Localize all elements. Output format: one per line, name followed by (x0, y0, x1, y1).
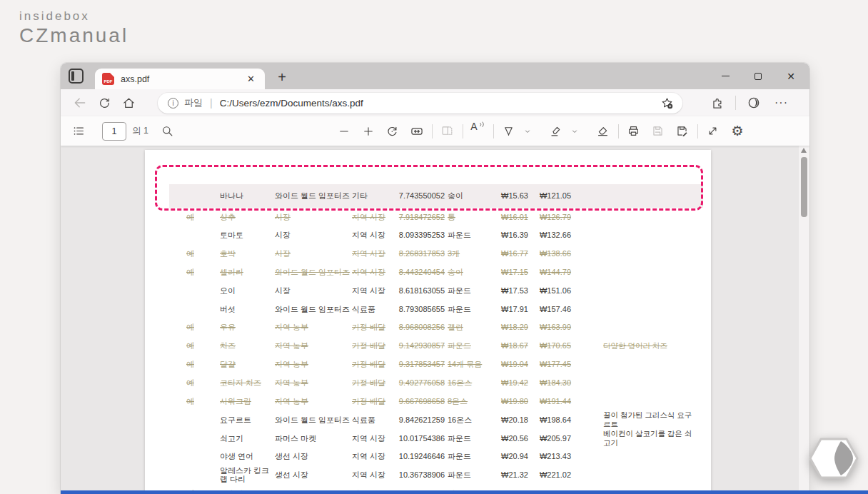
cell-name: 상추 (220, 213, 275, 222)
site-logo-line2: CZmanual (19, 24, 128, 47)
pdf-toolbar: 의 1 A (61, 116, 809, 146)
cell-category: 지역 시장 (352, 249, 396, 258)
table-row: 예셀러리와이드 월드 임포터즈지역 시장8.443240454송이₩17.15₩… (145, 263, 711, 281)
extensions-icon[interactable] (705, 92, 730, 114)
search-icon[interactable] (156, 121, 180, 142)
cell-category: 가정 배달 (352, 323, 396, 332)
table-row: 요구르트와이드 월드 임포터즈식료품9.84262125916온스₩20.18₩… (145, 410, 711, 429)
print-icon[interactable] (622, 121, 646, 142)
cell-name: 토마토 (220, 231, 275, 240)
add-favorite-icon[interactable] (658, 94, 675, 111)
page-number-input[interactable] (102, 122, 126, 141)
cell-flag: 예 (186, 397, 220, 406)
cell-total: ₩177.45 (528, 360, 571, 369)
cell-category: 식료품 (352, 305, 396, 314)
minimize-button[interactable] (710, 63, 740, 89)
cell-flag: 예 (186, 341, 220, 351)
cell-vendor: 지역 농부 (275, 378, 352, 388)
draw-options-chevron-icon[interactable] (521, 121, 534, 142)
cell-name: 버섯 (220, 305, 275, 314)
maximize-button[interactable] (743, 63, 773, 89)
cell-value: 8.618163055 (396, 286, 445, 296)
cell-category: 지역 시장 (352, 286, 396, 296)
cell-category: 가정 배달 (352, 360, 396, 369)
cell-category: 지역 시장 (352, 434, 396, 443)
cell-vendor: 지역 농부 (275, 341, 352, 351)
eraser-icon[interactable] (591, 121, 615, 142)
cell-value: 10.01754386 (396, 434, 445, 443)
cell-price: ₩19.04 (499, 360, 528, 369)
settings-menu-icon[interactable]: ··· (769, 96, 794, 109)
table-of-contents-icon[interactable] (66, 121, 91, 142)
cell-price: ₩20.94 (499, 452, 528, 461)
address-input[interactable]: i 파일 | C:/Users/ezm/Documents/axs.pdf (158, 93, 682, 114)
table-row: 오이시장지역 시장8.618163055파운드₩17.53₩151.06 (145, 281, 711, 300)
cell-name: 우유 (220, 323, 275, 332)
table-row: 버섯와이드 월드 임포터즈식료품8.793085655파운드₩17.91₩157… (145, 300, 711, 318)
pdf-content-area: 바나나와이드 월드 임포터즈기타7.743550052송이₩15.63₩121.… (61, 146, 809, 490)
cell-value: 8.793085655 (396, 305, 445, 314)
cell-price: ₩17.91 (499, 305, 528, 314)
site-info-icon[interactable]: i (168, 98, 178, 109)
cell-category: 가정 배달 (352, 378, 396, 388)
cell-unit: 파운드 (445, 470, 499, 480)
read-aloud-icon[interactable]: A (466, 121, 490, 142)
pdf-settings-gear-icon[interactable]: ⚙ (725, 121, 750, 142)
scrollbar-thumb[interactable] (801, 157, 807, 217)
cell-total: ₩198.64 (528, 415, 571, 425)
home-icon[interactable] (116, 92, 141, 114)
toolbar-separator (735, 96, 736, 110)
cell-name: 야생 연어 (220, 452, 275, 461)
cell-category: 가정 배달 (352, 341, 396, 351)
cell-total: ₩163.99 (528, 323, 571, 332)
refresh-icon[interactable] (92, 92, 116, 114)
tab-axs-pdf[interactable]: PDF axs.pdf ✕ (95, 69, 265, 89)
cell-vendor: 와이드 월드 임포터즈 (275, 305, 352, 314)
cell-value: 9.842621259 (396, 415, 445, 425)
browser-essentials-icon[interactable] (742, 92, 766, 114)
cell-vendor: 지역 농부 (275, 397, 352, 406)
cell-total: ₩213.43 (528, 452, 571, 461)
cell-total: ₩157.46 (528, 305, 571, 314)
window-close-button[interactable]: ✕ (776, 63, 806, 89)
cell-note: 다양한 덩어리 치즈 (603, 341, 696, 351)
zoom-in-icon[interactable] (356, 121, 380, 142)
draw-pen-icon[interactable] (497, 121, 521, 142)
cell-name: 호박 (220, 249, 275, 258)
cell-vendor: 생선 시장 (275, 470, 352, 480)
cell-name: 알레스카 킹크랩 다리 (220, 466, 275, 484)
cell-value: 10.19246646 (396, 452, 445, 461)
tab-actions-menu-icon[interactable] (69, 69, 84, 84)
cell-note: 베이컨이 살코기를 감은 쇠고기 (603, 429, 696, 448)
cell-price: ₩17.15 (499, 268, 528, 277)
cell-category: 지역 시장 (352, 268, 396, 277)
new-tab-button[interactable]: + (272, 68, 292, 86)
highlight-options-chevron-icon[interactable] (568, 121, 581, 142)
back-icon[interactable] (68, 92, 92, 114)
page-view-icon[interactable] (435, 121, 460, 142)
cell-value: 9.142930857 (396, 341, 445, 351)
fullscreen-icon[interactable] (701, 121, 725, 142)
cell-vendor: 시장 (275, 286, 352, 296)
cell-value: 9.492776058 (396, 378, 445, 388)
table-row: 토마토시장지역 시장8.093395253파운드₩16.39₩132.66 (145, 226, 711, 245)
cell-total: ₩126.79 (528, 213, 571, 222)
tab-close-icon[interactable]: ✕ (244, 73, 258, 85)
annotation-dashed-rectangle (155, 165, 703, 211)
fit-to-width-icon[interactable] (405, 121, 429, 142)
rotate-icon[interactable] (380, 121, 405, 142)
highlighter-icon[interactable] (544, 121, 568, 142)
cell-unit: 파운드 (445, 452, 499, 461)
cell-price: ₩16.01 (499, 213, 528, 222)
cell-unit: 송이 (445, 268, 499, 277)
scroll-up-arrow-icon[interactable] (801, 148, 807, 153)
cell-total: ₩132.66 (528, 231, 571, 240)
cell-name: 코티지 치즈 (220, 378, 275, 388)
cell-flag: 예 (186, 360, 220, 369)
cell-unit: 14개 묶음 (445, 360, 499, 369)
save-icon[interactable] (646, 121, 670, 142)
table-row: 예호박시장지역 시장8.2683178533개₩16.77₩138.66 (145, 245, 711, 263)
cell-category: 가정 배달 (352, 397, 396, 406)
save-as-icon[interactable] (670, 121, 695, 142)
zoom-out-icon[interactable] (332, 121, 356, 142)
